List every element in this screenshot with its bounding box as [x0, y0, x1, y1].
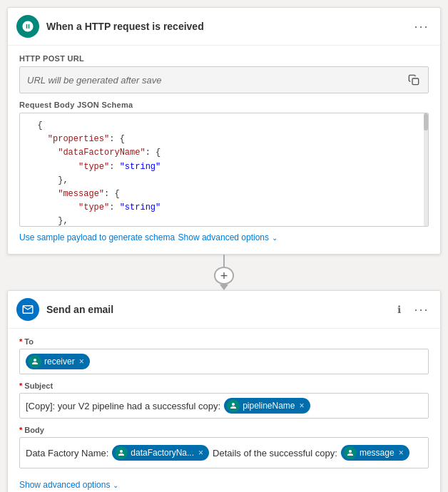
json-scrollbar: [424, 113, 428, 226]
http-request-card: When a HTTP request is received ··· HTTP…: [7, 7, 441, 255]
card1-menu-button[interactable]: ···: [412, 16, 432, 36]
subject-tag-close[interactable]: ×: [300, 401, 305, 410]
body-tag1-label: dataFactoryNa...: [131, 448, 194, 458]
subject-label: Subject: [19, 381, 429, 390]
subject-input[interactable]: [Copy]: your V2 pipeline had a successfu…: [19, 393, 429, 419]
json-line-1: {: [27, 119, 421, 133]
card2-menu-button[interactable]: ···: [412, 299, 432, 319]
to-tag-close[interactable]: ×: [79, 357, 84, 366]
outlook-icon-svg: [21, 303, 34, 316]
to-field: To receiver ×: [19, 337, 429, 374]
to-tag: receiver ×: [26, 354, 90, 369]
subject-prefix: [Copy]: your V2 pipeline had a successfu…: [26, 401, 220, 411]
body-input[interactable]: Data Factory Name: dataFactoryNa... × De…: [19, 437, 429, 468]
to-tag-icon: [29, 355, 41, 368]
body-tag1-close[interactable]: ×: [198, 449, 203, 457]
connector-line-top: [223, 255, 225, 267]
http-icon: [16, 15, 39, 38]
to-label: To: [19, 337, 429, 346]
copy-button[interactable]: [407, 73, 421, 87]
body-tag1: dataFactoryNa... ×: [112, 445, 209, 461]
body-label: Body: [19, 426, 429, 434]
to-tag-label: receiver: [44, 357, 75, 367]
card2-body: To receiver × Subject: [8, 329, 440, 492]
body-tag2-icon: [344, 446, 357, 459]
connector: +: [214, 255, 234, 290]
copy-icon: [408, 74, 419, 86]
body-separator: Details of the successful copy:: [213, 448, 337, 458]
card1-advanced-toggle[interactable]: Show advanced options ⌄: [178, 232, 278, 242]
json-schema-label: Request Body JSON Schema: [19, 101, 429, 109]
subject-tag: pipelineName ×: [224, 398, 310, 414]
body-tag2-label: message: [360, 448, 394, 458]
body-tag2-close[interactable]: ×: [399, 449, 404, 457]
card1-body: HTTP POST URL URL will be generated afte…: [8, 46, 440, 254]
card2-title: Send an email: [46, 304, 389, 315]
flow-container: When a HTTP request is received ··· HTTP…: [7, 7, 441, 492]
card2-advanced-toggle-label: Show advanced options: [19, 480, 110, 490]
json-line-2: "properties": {: [27, 133, 421, 146]
subject-tag-person-icon: [230, 402, 237, 409]
sample-payload-link[interactable]: Use sample payload to generate schema: [19, 232, 175, 242]
body-field: Body Data Factory Name: dataFactoryNa...…: [19, 426, 429, 468]
body-tag1-icon: [115, 446, 128, 459]
http-icon-svg: [21, 20, 34, 33]
subject-tag-icon: [227, 399, 240, 412]
connector-arrow: [220, 285, 228, 290]
to-input[interactable]: receiver ×: [19, 349, 429, 374]
json-line-7: "type": "string": [27, 201, 421, 215]
card2-chevron-down-icon: ⌄: [113, 481, 118, 489]
to-tag-person-icon: [31, 358, 39, 365]
outlook-icon: [16, 298, 39, 321]
svg-rect-0: [412, 78, 419, 85]
body-tag2-person-icon: [347, 449, 354, 456]
body-tag1-person-icon: [118, 449, 125, 456]
card2-header: Send an email ℹ ···: [8, 291, 440, 329]
subject-field: Subject [Copy]: your V2 pipeline had a s…: [19, 381, 429, 419]
send-email-card: Send an email ℹ ··· To receiver ×: [7, 290, 441, 492]
chevron-down-icon: ⌄: [272, 234, 278, 242]
json-line-6: "message": {: [27, 188, 421, 201]
url-field: URL will be generated after save: [19, 66, 429, 93]
info-button[interactable]: ℹ: [389, 299, 409, 319]
http-post-url-label: HTTP POST URL: [19, 54, 429, 63]
json-editor[interactable]: { "properties": { "dataFactoryName": { "…: [19, 113, 429, 227]
url-text: URL will be generated after save: [27, 75, 407, 86]
json-line-4: "type": "string": [27, 160, 421, 174]
body-tag2: message ×: [341, 445, 409, 461]
card2-advanced-toggle[interactable]: Show advanced options ⌄: [19, 480, 118, 490]
subject-tag-label: pipelineName: [243, 401, 295, 411]
card1-header: When a HTTP request is received ···: [8, 8, 440, 46]
scrollbar-thumb: [424, 113, 428, 130]
advanced-toggle-label: Show advanced options: [178, 232, 269, 242]
json-line-3: "dataFactoryName": {: [27, 146, 421, 160]
json-line-8: },: [27, 215, 421, 227]
body-prefix1: Data Factory Name:: [26, 448, 108, 458]
json-line-5: },: [27, 174, 421, 188]
add-step-button[interactable]: +: [214, 267, 234, 285]
card1-title: When a HTTP request is received: [46, 21, 412, 32]
